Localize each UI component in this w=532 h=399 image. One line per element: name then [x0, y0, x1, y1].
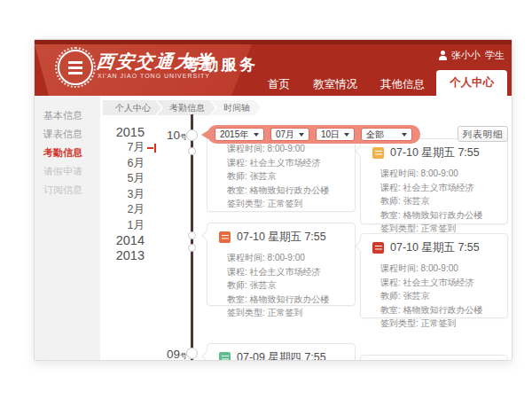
day-select-value: 10日: [321, 129, 340, 141]
main-nav: 首页教室情况其他信息个人中心: [256, 70, 507, 96]
card-field-课程时间: 课程时间: 8:00-9:00: [380, 167, 500, 181]
attendance-card-left-2: 07-10 星期五 7:55课程时间: 8:00-9:00课程: 社会主义市场经…: [207, 223, 356, 306]
filter-bar: 2015年07月10日全部: [207, 125, 420, 144]
timeline-month-3月[interactable]: 3月: [102, 187, 145, 203]
day-number: 09: [167, 348, 180, 361]
chevron-down-icon: [402, 133, 407, 137]
card-fields: 课程时间: 8:00-9:00课程: 社会主义市场经济教师: 张芸京教室: 格物…: [207, 133, 355, 216]
card-field-课程时间: 课程时间: 8:00-9:00: [227, 142, 348, 156]
timeline-node: [188, 231, 196, 239]
sidebar-item-attendance-info[interactable]: 考勤信息: [35, 144, 100, 162]
header-top-strip: [35, 40, 512, 44]
attendance-card-right-2: 07-10 星期五 7:55课程时间: 8:00-9:00课程: 社会主义市场经…: [360, 233, 508, 318]
month-select[interactable]: 07月: [270, 128, 309, 141]
card-field-教室: 教室: 格物致知行政办公楼: [227, 293, 348, 307]
attendance-card-right-3: [360, 355, 508, 361]
card-field-课程时间: 课程时间: 8:00-9:00: [227, 251, 348, 265]
year-select-value: 2015年: [220, 129, 248, 141]
attendance-card-left-1: 课程时间: 8:00-9:00课程: 社会主义市场经济教师: 张芸京教室: 格物…: [207, 132, 356, 212]
card-header: 07-09 星期四 7:55: [207, 344, 355, 361]
timeline-month-1月[interactable]: 1月: [102, 218, 145, 234]
breadcrumb-item-attendance-info[interactable]: 考勤信息: [157, 100, 215, 115]
nav-item-other-info[interactable]: 其他信息: [369, 73, 436, 96]
timeline-node: [188, 244, 196, 252]
year-select[interactable]: 2015年: [215, 128, 264, 141]
app-header: 西安交通大学 XI'AN JIAO TONG UNIVERSITY 考勤服务 张…: [35, 40, 512, 96]
timeline-year-2013[interactable]: 2013: [102, 248, 145, 263]
card-fields: 课程时间: 8:00-9:00课程: 社会主义市场经济教师: 张芸京教室: 格物…: [207, 247, 355, 325]
card-date-title: 07-10 星期五 7:55: [390, 240, 480, 255]
status-icon: [372, 147, 384, 159]
card-field-签到类型: 签到类型: 正常签到: [380, 317, 500, 331]
timeline-year-2015[interactable]: 2015: [102, 125, 145, 140]
card-fields: 课程时间: 8:00-9:00课程: 社会主义市场经济教师: 张芸京教室: 格物…: [361, 258, 507, 336]
timeline-month-7月[interactable]: 7月: [102, 140, 145, 156]
timeline-month-2月[interactable]: 2月: [102, 202, 145, 218]
timeline-month-6月[interactable]: 6月: [102, 156, 145, 172]
card-date-title: 07-10 星期五 7:55: [237, 230, 326, 245]
nav-item-classroom-status[interactable]: 教室情况: [301, 73, 369, 96]
breadcrumb-item-personal-center[interactable]: 个人中心: [103, 100, 161, 115]
card-field-教师: 教师: 张芸京: [227, 278, 348, 293]
card-date-title: 07-10 星期五 7:55: [390, 145, 480, 160]
card-field-课程: 课程: 社会主义市场经济: [380, 181, 500, 195]
attendance-card-right-1: 07-10 星期五 7:55课程时间: 8:00-9:00课程: 社会主义市场经…: [360, 138, 508, 224]
status-icon: [219, 231, 231, 243]
timeline-month-5月[interactable]: 5月: [102, 171, 145, 187]
day-number: 10: [167, 129, 180, 142]
timeline-day-09-label: 09号: [157, 346, 187, 361]
attendance-card-left-3: 07-09 星期四 7:55: [207, 343, 356, 361]
card-field-教室: 教室: 格物致知行政办公楼: [227, 184, 348, 198]
breadcrumb-item-timeline[interactable]: 时间轴: [211, 100, 261, 115]
card-header: 07-10 星期五 7:55: [361, 234, 507, 258]
user-info[interactable]: 张小小 学生: [439, 49, 505, 62]
list-detail-button[interactable]: 列表明细: [458, 126, 508, 142]
month-select-value: 07月: [276, 129, 294, 141]
chevron-down-icon: [344, 133, 349, 137]
timeline-node: [186, 348, 198, 359]
timeline-node: [186, 129, 198, 141]
app-title: 考勤服务: [184, 54, 258, 75]
card-field-课程: 课程: 社会主义市场经济: [227, 156, 348, 170]
timeline-year-2014[interactable]: 2014: [102, 233, 145, 248]
card-field-课程时间: 课程时间: 8:00-9:00: [380, 262, 500, 276]
timeline-day-10-label: 10号: [157, 127, 187, 143]
breadcrumb: 个人中心考勤信息时间轴: [103, 100, 261, 115]
active-month-marker: [147, 147, 153, 149]
card-header: 07-10 星期五 7:55: [207, 223, 355, 247]
type-select-value: 全部: [366, 129, 384, 141]
card-date-title: 07-09 星期四 7:55: [237, 350, 326, 361]
user-role: 学生: [485, 49, 505, 62]
user-name: 张小小: [451, 49, 481, 62]
status-icon: [372, 242, 384, 254]
status-icon: [219, 352, 231, 361]
day-select[interactable]: 10日: [316, 128, 355, 141]
university-logo-icon: [58, 50, 93, 85]
card-fields: 课程时间: 8:00-9:00课程: 社会主义市场经济教师: 张芸京教室: 格物…: [361, 163, 507, 241]
sidebar-item-timetable-info[interactable]: 课表信息: [35, 125, 100, 144]
sidebar-item-basic-info[interactable]: 基本信息: [35, 106, 100, 125]
card-field-教室: 教室: 格物致知行政办公楼: [380, 208, 500, 223]
chevron-down-icon: [299, 133, 304, 137]
type-select[interactable]: 全部: [361, 128, 412, 141]
card-field-教师: 教师: 张芸京: [380, 194, 500, 208]
chevron-down-icon: [254, 133, 259, 137]
nav-item-personal-center[interactable]: 个人中心: [436, 70, 507, 96]
card-field-教师: 教师: 张芸京: [380, 289, 500, 303]
timeline-scale: 20157月6月5月3月2月1月20142013: [102, 125, 145, 263]
card-field-签到类型: 签到类型: 正常签到: [227, 197, 348, 211]
person-icon: [439, 51, 447, 60]
sidebar-item-subscription-info[interactable]: 订阅信息: [35, 181, 100, 200]
app-window: 西安交通大学 XI'AN JIAO TONG UNIVERSITY 考勤服务 张…: [34, 39, 512, 361]
card-field-教师: 教师: 张芸京: [227, 169, 348, 184]
sidebar-item-leave-request[interactable]: 请假申请: [35, 162, 100, 181]
card-field-课程: 课程: 社会主义市场经济: [227, 265, 348, 279]
timeline-node: [188, 147, 196, 155]
nav-item-home[interactable]: 首页: [256, 73, 301, 96]
card-field-签到类型: 签到类型: 正常签到: [227, 306, 348, 320]
card-field-教室: 教室: 格物致知行政办公楼: [380, 303, 500, 317]
sidebar: 基本信息课表信息考勤信息请假申请订阅信息: [35, 96, 100, 360]
card-field-课程: 课程: 社会主义市场经济: [380, 276, 500, 290]
